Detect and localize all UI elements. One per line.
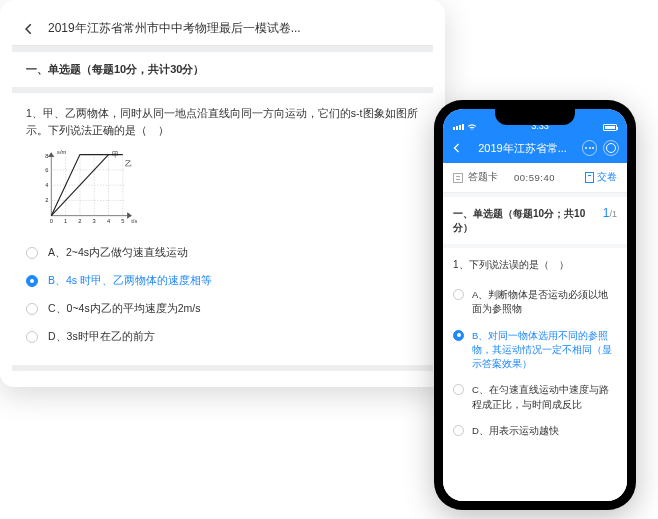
option-label: A、判断物体是否运动必须以地面为参照物 <box>472 288 617 317</box>
option-c[interactable]: C、0~4s内乙的平均速度为2m/s <box>26 295 419 323</box>
question-stem: 1、下列说法误的是（ ） <box>453 258 617 272</box>
timer: 00:59:40 <box>514 172 555 183</box>
svg-text:s/m: s/m <box>57 148 66 154</box>
wifi-icon <box>467 123 477 131</box>
radio-icon <box>26 331 38 343</box>
sub-toolbar: 答题卡 00:59:40 交卷 <box>443 163 627 193</box>
option-label: C、在匀速直线运动中速度与路程成正比，与时间成反比 <box>472 383 617 412</box>
option-b[interactable]: B、对同一物体选用不同的参照物，其运动情况一定不相同（显示答案效果） <box>453 323 617 378</box>
phone-question-card: 1、下列说法误的是（ ） A、判断物体是否运动必须以地面为参照物 B、对同一物体… <box>443 248 627 501</box>
question-card-1: 1、甲、乙两物体，同时从同一地点沿直线向同一方向运动，它们的s-t图象如图所示。… <box>12 93 433 365</box>
svg-text:1: 1 <box>64 218 67 224</box>
section-header: 一、单选题（每题10分，共计30分） <box>12 52 433 87</box>
svg-text:4: 4 <box>107 218 111 224</box>
option-label: D、用表示运动越快 <box>472 424 559 438</box>
tablet-frame: 2019年江苏省常州市中中考物理最后一模试卷... 一、单选题（每题10分，共计… <box>0 0 445 387</box>
phone-title: 2019年江苏省常... <box>463 141 582 156</box>
progress-indicator: 1/1 <box>603 206 617 220</box>
svg-text:8: 8 <box>45 153 48 159</box>
target-button[interactable] <box>603 140 619 156</box>
svg-text:甲: 甲 <box>112 150 119 157</box>
option-a[interactable]: A、判断物体是否运动必须以地面为参照物 <box>453 282 617 323</box>
submit-button[interactable]: 交卷 <box>585 171 617 184</box>
question-stem: 1、甲、乙两物体，同时从同一地点沿直线向同一方向运动，它们的s-t图象如图所示。… <box>26 105 419 139</box>
tablet-screen: 2019年江苏省常州市中中考物理最后一模试卷... 一、单选题（每题10分，共计… <box>12 12 433 375</box>
signal-icon <box>453 124 464 130</box>
phone-navbar: 2019年江苏省常... <box>443 133 627 163</box>
submit-label: 交卷 <box>597 171 617 184</box>
answer-sheet-label[interactable]: 答题卡 <box>468 171 498 184</box>
tablet-title: 2019年江苏省常州市中中考物理最后一模试卷... <box>48 20 301 37</box>
option-c[interactable]: C、在匀速直线运动中速度与路程成正比，与时间成反比 <box>453 377 617 418</box>
phone-screen: 3:33 2019年江苏省常... 答题卡 00:59:40 交卷 一、单选题（… <box>443 109 627 501</box>
svg-text:t/s: t/s <box>131 218 137 224</box>
svg-text:3: 3 <box>93 218 96 224</box>
radio-icon <box>453 289 464 300</box>
svg-text:6: 6 <box>45 166 48 172</box>
radio-icon <box>26 275 38 287</box>
option-a[interactable]: A、2~4s内乙做匀速直线运动 <box>26 239 419 267</box>
svg-text:乙: 乙 <box>125 160 132 167</box>
back-icon[interactable] <box>22 22 36 36</box>
option-label: A、2~4s内乙做匀速直线运动 <box>48 246 188 260</box>
battery-icon <box>603 124 617 131</box>
svg-text:0: 0 <box>50 218 53 224</box>
phone-notch <box>495 109 575 125</box>
svg-text:2: 2 <box>45 197 48 203</box>
section-title: 一、单选题（每题10分；共10分） <box>453 207 603 235</box>
option-label: D、3s时甲在乙的前方 <box>48 330 155 344</box>
option-d[interactable]: D、3s时甲在乙的前方 <box>26 323 419 351</box>
svg-text:5: 5 <box>121 218 124 224</box>
phone-frame: 3:33 2019年江苏省常... 答题卡 00:59:40 交卷 一、单选题（… <box>434 100 636 510</box>
svg-text:4: 4 <box>45 182 49 188</box>
option-label: C、0~4s内乙的平均速度为2m/s <box>48 302 200 316</box>
submit-icon <box>585 172 594 183</box>
option-label: B、对同一物体选用不同的参照物，其运动情况一定不相同（显示答案效果） <box>472 329 617 372</box>
answer-sheet-icon <box>453 173 463 183</box>
back-icon[interactable] <box>451 142 463 154</box>
st-chart: 012 345 t/s 24 68 s/m 甲 乙 <box>36 147 141 229</box>
svg-text:2: 2 <box>78 218 81 224</box>
nav-actions <box>582 140 619 156</box>
option-d[interactable]: D、用表示运动越快 <box>453 418 617 444</box>
phone-section-header: 一、单选题（每题10分；共10分） 1/1 <box>443 197 627 244</box>
option-b[interactable]: B、4s 时甲、乙两物体的速度相等 <box>26 267 419 295</box>
radio-icon <box>26 303 38 315</box>
more-button[interactable] <box>582 140 597 156</box>
option-label: B、4s 时甲、乙两物体的速度相等 <box>48 274 212 288</box>
radio-icon <box>453 425 464 436</box>
radio-icon <box>26 247 38 259</box>
question-card-2: 1、甲、乙两物体，同时从同一地点沿直线向同一方向运动，它们的s-t图象如图所示。… <box>12 371 433 375</box>
tablet-header: 2019年江苏省常州市中中考物理最后一模试卷... <box>12 12 433 46</box>
radio-icon <box>453 330 464 341</box>
radio-icon <box>453 384 464 395</box>
